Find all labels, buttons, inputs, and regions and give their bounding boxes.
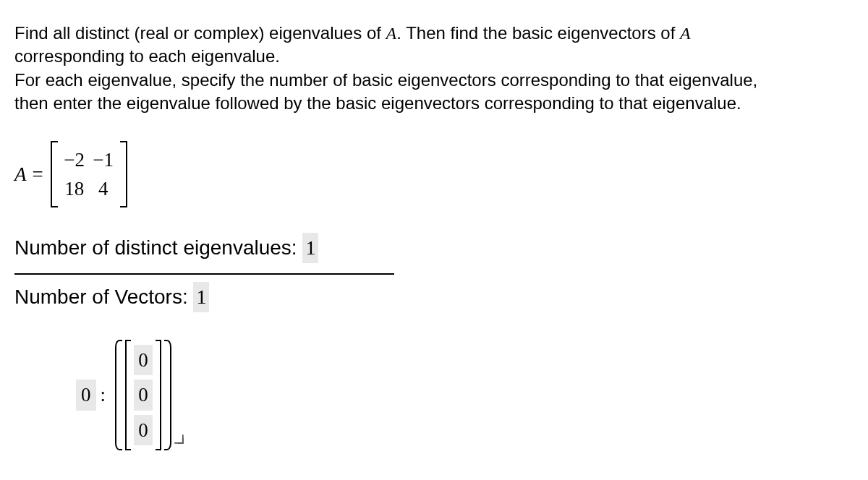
number-vectors-input[interactable]: 1 (193, 282, 209, 312)
equals-sign: = (33, 161, 43, 187)
matrix-cell: −2 (62, 145, 87, 174)
number-vectors-label: Number of Vectors: (14, 286, 193, 308)
distinct-eigenvalues-field: Number of distinct eigenvalues: 1 (14, 233, 854, 269)
variable-a: A (680, 24, 691, 43)
eigenvalue-input[interactable]: 0 (76, 380, 96, 410)
resize-handle-icon[interactable] (174, 424, 184, 450)
distinct-eigenvalues-input[interactable]: 1 (302, 233, 318, 263)
vector-content: 0 0 0 (131, 340, 156, 450)
matrix-definition: A = −2 −1 18 4 (14, 141, 854, 208)
right-bracket (120, 141, 127, 208)
left-brace (113, 340, 123, 450)
problem-statement: Find all distinct (real or complex) eige… (14, 22, 854, 116)
left-bracket (51, 141, 58, 208)
vector-cell[interactable]: 0 (134, 380, 153, 410)
vector-left-bracket (125, 340, 131, 450)
text-segment: . Then find the basic eigenvectors of (396, 23, 680, 43)
variable-a: A (386, 24, 397, 43)
resize-handle-container (174, 340, 184, 450)
section-divider (14, 273, 394, 275)
number-vectors-field: Number of Vectors: 1 (14, 282, 854, 318)
matrix-cell: −1 (91, 145, 116, 174)
matrix-content: −2 −1 18 4 (58, 141, 120, 208)
eigenvector: 0 0 0 (125, 340, 161, 450)
vector-cell[interactable]: 0 (134, 345, 153, 375)
matrix-label: A (14, 161, 27, 187)
right-brace (163, 340, 174, 450)
matrix-cell: 4 (91, 174, 116, 203)
colon: : (101, 382, 106, 408)
matrix-row: 18 4 (62, 174, 116, 203)
distinct-eigenvalues-label: Number of distinct eigenvalues: (14, 236, 302, 259)
text-segment: corresponding to each eigenvalue. (14, 46, 280, 66)
text-segment: For each eigenvalue, specify the number … (14, 70, 757, 90)
matrix-a: −2 −1 18 4 (51, 141, 127, 208)
matrix-row: −2 −1 (62, 145, 116, 174)
text-segment: Find all distinct (real or complex) eige… (14, 23, 386, 43)
vector-right-bracket (156, 340, 161, 450)
eigenvector-entry: 0 : 0 0 0 (76, 340, 854, 450)
vector-set: 0 0 0 (113, 340, 184, 450)
vector-cell[interactable]: 0 (134, 415, 153, 445)
matrix-cell: 18 (62, 174, 87, 203)
text-segment: then enter the eigenvalue followed by th… (14, 93, 741, 113)
